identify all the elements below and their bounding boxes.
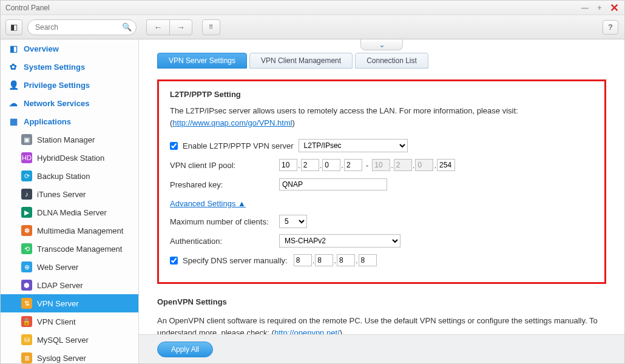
enable-l2tp-label: Enable L2TP/PPTP VPN server bbox=[183, 141, 294, 150]
chevron-down-icon: ⌄ bbox=[379, 40, 385, 49]
web-icon: ⊕ bbox=[21, 261, 32, 272]
auth-select[interactable]: MS-CHAPv2 bbox=[279, 234, 400, 248]
user-icon: 👤 bbox=[8, 80, 19, 90]
sidebar-cat-applications[interactable]: ▦Applications bbox=[1, 112, 138, 130]
ip-start-3[interactable] bbox=[322, 159, 340, 171]
ip-end-3 bbox=[415, 159, 433, 171]
ip-end-2 bbox=[394, 159, 412, 171]
l2tp-section-title: L2TP/PPTP Setting bbox=[170, 90, 593, 99]
minimize-button[interactable]: — bbox=[579, 2, 590, 13]
cloud-icon: ☁ bbox=[8, 98, 19, 108]
sidebar-item-transcode-management[interactable]: ⟲Transcode Management bbox=[1, 240, 138, 258]
ip-start-1[interactable] bbox=[279, 159, 297, 171]
sidebar-item-ldap-server[interactable]: ⬢LDAP Server bbox=[1, 276, 138, 294]
footer: Apply All bbox=[139, 334, 624, 363]
auth-label: Authentication: bbox=[170, 237, 279, 246]
sidebar-cat-network-services[interactable]: ☁Network Services bbox=[1, 94, 138, 112]
psk-input[interactable] bbox=[279, 178, 387, 190]
window-title: Control Panel bbox=[5, 4, 50, 12]
sidebar-item-web-server[interactable]: ⊕Web Server bbox=[1, 258, 138, 276]
search-icon: 🔍 bbox=[122, 22, 132, 32]
l2tp-info-link[interactable]: http://www.qnap.com/go/VPN.html bbox=[172, 118, 292, 127]
tab-vpn-client-management[interactable]: VPN Client Management bbox=[249, 53, 353, 69]
control-panel-window: Control Panel — + ✕ ◧ 🔍 ← → ⠿ ? ◧Overvie… bbox=[0, 0, 625, 364]
ip-start-4[interactable] bbox=[344, 159, 362, 171]
forward-button[interactable]: → bbox=[169, 19, 192, 35]
nav-group: ← → bbox=[146, 19, 192, 35]
tab-vpn-server-settings[interactable]: VPN Server Settings bbox=[157, 53, 247, 69]
itunes-icon: ♪ bbox=[21, 189, 32, 200]
apply-all-button[interactable]: Apply All bbox=[157, 342, 213, 357]
syslog-icon: ≣ bbox=[21, 352, 32, 363]
vpn-server-icon: ⇅ bbox=[21, 298, 32, 309]
sidebar-item-hybriddesk-station[interactable]: HDHybridDesk Station bbox=[1, 149, 138, 167]
grid-view-button[interactable]: ⠿ bbox=[202, 19, 220, 35]
mysql-icon: ⛁ bbox=[21, 334, 32, 345]
tab-bar: VPN Server Settings VPN Client Managemen… bbox=[157, 53, 624, 69]
hybriddesk-icon: HD bbox=[21, 152, 32, 163]
overview-icon: ◧ bbox=[8, 44, 19, 53]
ip-end-1 bbox=[372, 159, 390, 171]
backup-icon: ⟳ bbox=[21, 170, 32, 181]
sidebar-item-syslog-server[interactable]: ≣Syslog Server bbox=[1, 349, 138, 363]
enable-l2tp-checkbox[interactable] bbox=[170, 142, 178, 150]
titlebar: Control Panel — + ✕ bbox=[1, 1, 624, 15]
transcode-icon: ⟲ bbox=[21, 243, 32, 254]
sidebar-item-backup-station[interactable]: ⟳Backup Station bbox=[1, 167, 138, 185]
expand-handle[interactable]: ⌄ bbox=[360, 39, 403, 50]
vpn-client-icon: 🔒 bbox=[21, 316, 32, 327]
tab-connection-list[interactable]: Connection List bbox=[355, 53, 428, 69]
panel-scroll[interactable]: L2TP/PPTP Setting The L2TP/IPsec server … bbox=[139, 69, 624, 334]
dns-3[interactable] bbox=[337, 254, 355, 266]
max-clients-select[interactable]: 5 bbox=[279, 215, 307, 228]
content-area: ⌄ VPN Server Settings VPN Client Managem… bbox=[139, 39, 624, 363]
panel-icon: ◧ bbox=[10, 22, 18, 32]
help-button[interactable]: ? bbox=[603, 20, 618, 35]
max-clients-label: Maximum number of clients: bbox=[170, 217, 279, 226]
dns-1[interactable] bbox=[294, 254, 312, 266]
sidebar-item-mysql-server[interactable]: ⛁MySQL Server bbox=[1, 331, 138, 349]
ldap-icon: ⬢ bbox=[21, 280, 32, 291]
dns-4[interactable] bbox=[359, 254, 377, 266]
sidebar-item-multimedia-management[interactable]: ✽Multimedia Management bbox=[1, 221, 138, 240]
apps-icon: ▦ bbox=[8, 116, 19, 126]
vpn-type-select[interactable]: L2TP/IPsec bbox=[299, 139, 408, 152]
advanced-settings-toggle[interactable]: Advanced Settings ▲ bbox=[170, 199, 246, 208]
sidebar-cat-privilege-settings[interactable]: 👤Privilege Settings bbox=[1, 76, 138, 94]
sidebar-item-itunes-server[interactable]: ♪iTunes Server bbox=[1, 185, 138, 203]
sidebar-item-dlna-media-server[interactable]: ▶DLNA Media Server bbox=[1, 203, 138, 221]
maximize-button[interactable]: + bbox=[594, 2, 605, 13]
dns-manual-checkbox[interactable] bbox=[170, 257, 178, 265]
sidebar-cat-system-settings[interactable]: ✿System Settings bbox=[1, 58, 138, 76]
ip-start-2[interactable] bbox=[301, 159, 319, 171]
psk-label: Preshared key: bbox=[170, 180, 279, 189]
gear-icon: ✿ bbox=[8, 62, 19, 72]
station-manager-icon: ▣ bbox=[21, 134, 32, 145]
toolbar: ◧ 🔍 ← → ⠿ ? bbox=[1, 15, 624, 39]
search-input[interactable] bbox=[27, 19, 137, 35]
sidebar-cat-overview[interactable]: ◧Overview bbox=[1, 39, 138, 58]
back-button[interactable]: ← bbox=[146, 19, 169, 35]
sidebar-item-station-manager[interactable]: ▣Station Manager bbox=[1, 130, 138, 149]
l2tp-highlight-box: L2TP/PPTP Setting The L2TP/IPsec server … bbox=[157, 79, 606, 284]
dns-2[interactable] bbox=[315, 254, 333, 266]
dlna-icon: ▶ bbox=[21, 207, 32, 218]
openvpn-link[interactable]: http://openvpn.net/ bbox=[274, 328, 340, 335]
openvpn-section-title: OpenVPN Settings bbox=[157, 297, 606, 306]
ip-end-4[interactable] bbox=[437, 159, 455, 171]
openvpn-description: An OpenVPN client software is required o… bbox=[157, 315, 606, 334]
dns-label: Specify DNS server manually: bbox=[183, 256, 288, 265]
sidebar-item-vpn-client[interactable]: 🔒VPN Client bbox=[1, 312, 138, 331]
sidebar-toggle-button[interactable]: ◧ bbox=[5, 19, 22, 35]
multimedia-icon: ✽ bbox=[21, 225, 32, 236]
ip-pool-label: VPN client IP pool: bbox=[170, 161, 279, 170]
sidebar-item-vpn-server[interactable]: ⇅VPN Server bbox=[1, 294, 138, 312]
sidebar[interactable]: ◧Overview ✿System Settings 👤Privilege Se… bbox=[1, 39, 139, 363]
l2tp-description: The L2TP/IPsec server allows users to re… bbox=[170, 105, 593, 129]
close-button[interactable]: ✕ bbox=[609, 2, 620, 13]
